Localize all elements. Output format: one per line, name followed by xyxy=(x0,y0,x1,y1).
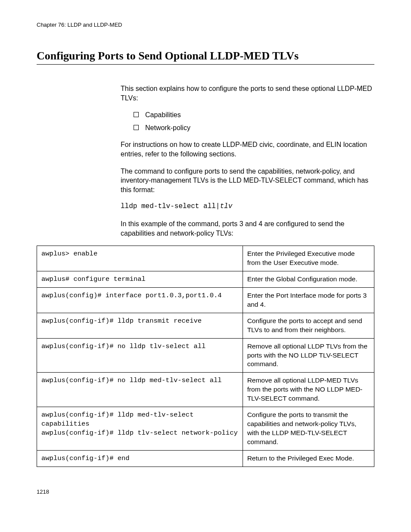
command-cell: awplus(config-if)# no lldp med-tlv-selec… xyxy=(37,373,243,407)
command-cell: awplus(config-if)# end xyxy=(37,450,243,467)
table-row: awplus(config)# interface port1.0.3,port… xyxy=(37,287,374,313)
command-cell: awplus(config-if)# lldp med-tlv-select c… xyxy=(37,407,243,451)
description-cell: Enter the Privileged Executive mode from… xyxy=(243,246,374,271)
description-cell: Configure the ports to accept and send T… xyxy=(243,313,374,338)
list-item-label: Network-policy xyxy=(145,123,190,133)
section-title: Configuring Ports to Send Optional LLDP-… xyxy=(37,50,374,65)
table-row: awplus(config-if)# end Return to the Pri… xyxy=(37,450,374,467)
description-cell: Return to the Privileged Exec Mode. xyxy=(243,450,374,467)
list-item: Network-policy xyxy=(121,123,374,133)
description-cell: Enter the Global Configuration mode. xyxy=(243,271,374,287)
paragraph: The command to configure ports to send t… xyxy=(121,167,374,195)
page-number: 1218 xyxy=(37,488,374,495)
command-syntax-variable: tlv xyxy=(220,202,232,210)
command-cell: awplus(config-if)# no lldp tlv-select al… xyxy=(37,338,243,373)
description-cell: Enter the Port Interface mode for ports … xyxy=(243,287,374,313)
table-row: awplus(config-if)# lldp med-tlv-select c… xyxy=(37,407,374,451)
intro-paragraph: This section explains how to configure t… xyxy=(121,84,374,103)
command-syntax: lldp med-tlv-select all|tlv xyxy=(121,202,374,212)
list-item-label: Capabilities xyxy=(145,110,181,120)
table-row: awplus> enable Enter the Privileged Exec… xyxy=(37,246,374,271)
chapter-header: Chapter 76: LLDP and LLDP-MED xyxy=(37,22,374,28)
paragraph: For instructions on how to create LLDP-M… xyxy=(121,140,374,159)
table-row: awplus(config-if)# no lldp med-tlv-selec… xyxy=(37,373,374,407)
paragraph: In this example of the command, ports 3 … xyxy=(121,219,374,238)
bullet-icon xyxy=(134,112,139,117)
bullet-icon xyxy=(134,125,139,130)
list-item: Capabilities xyxy=(121,110,374,120)
command-cell: awplus(config)# interface port1.0.3,port… xyxy=(37,287,243,313)
command-cell: awplus# configure terminal xyxy=(37,271,243,287)
command-cell: awplus> enable xyxy=(37,246,243,271)
description-cell: Remove all optional LLDP-MED TLVs from t… xyxy=(243,373,374,407)
command-table: awplus> enable Enter the Privileged Exec… xyxy=(37,246,374,467)
tlv-list: Capabilities Network-policy xyxy=(121,110,374,132)
command-cell: awplus(config-if)# lldp transmit receive xyxy=(37,313,243,338)
description-cell: Remove all optional LLDP TLVs from the p… xyxy=(243,338,374,373)
description-cell: Configure the ports to transmit the capa… xyxy=(243,407,374,451)
table-row: awplus(config-if)# no lldp tlv-select al… xyxy=(37,338,374,373)
command-syntax-prefix: lldp med-tlv-select all| xyxy=(121,202,220,210)
table-row: awplus(config-if)# lldp transmit receive… xyxy=(37,313,374,338)
table-row: awplus# configure terminal Enter the Glo… xyxy=(37,271,374,287)
